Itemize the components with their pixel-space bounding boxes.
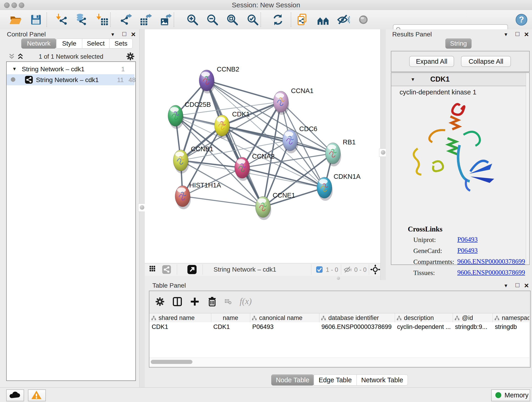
gene-description: cyclin-dependent kinase 1	[399, 89, 476, 96]
toolbar-separator	[260, 12, 261, 27]
column-header[interactable]: canonical name	[250, 313, 319, 322]
memory-status-dot	[495, 392, 501, 398]
memory-button[interactable]: Memory	[491, 389, 530, 401]
table-scrollbar-track[interactable]	[149, 357, 529, 366]
crosslinks-title: CrossLinks	[408, 225, 443, 233]
cell-canonical-name[interactable]: P06493	[252, 322, 318, 332]
cell-description[interactable]: cyclin-dependent ...	[397, 322, 452, 332]
results-scrollbar[interactable]	[526, 73, 529, 264]
tab-sets[interactable]: Sets	[109, 38, 133, 49]
crosslink-uniprot[interactable]: P06493	[457, 236, 478, 243]
cell-namespace[interactable]: stringdb	[495, 322, 528, 332]
import-network-database-icon[interactable]	[75, 13, 88, 26]
network-edge-count: 48	[128, 76, 136, 84]
tab-string-results[interactable]: String	[445, 38, 472, 49]
warning-button[interactable]	[28, 389, 46, 401]
node-label-ccnb1: CCNB1	[191, 145, 213, 153]
column-header[interactable]: name	[211, 313, 250, 322]
table-empty-area	[149, 332, 529, 357]
fit-content-icon[interactable]	[226, 13, 239, 26]
cell-shared-name[interactable]: CDK1	[152, 322, 210, 332]
tab-network[interactable]: Network	[21, 38, 56, 49]
network-options-gear-icon[interactable]	[126, 52, 135, 61]
right-splitter[interactable]	[380, 29, 386, 280]
table-scrollbar-thumb[interactable]	[151, 360, 192, 364]
fit-selected-crosshair-icon[interactable]	[370, 264, 380, 274]
tab-node-table[interactable]: Node Table	[271, 375, 314, 385]
import-network-file-icon[interactable]	[56, 13, 69, 26]
left-splitter[interactable]	[139, 29, 145, 387]
collapse-panel-icon[interactable]: ▾	[111, 31, 114, 38]
collapse-table-icon[interactable]: ▾	[505, 282, 507, 289]
window-title: Session: New Session	[0, 0, 532, 10]
birdseye-grid-icon[interactable]	[149, 265, 158, 274]
cell-name[interactable]: CDK1	[213, 322, 249, 332]
float-panel-icon[interactable]: □	[122, 30, 126, 38]
float-table-icon[interactable]: □	[515, 281, 519, 289]
tab-style[interactable]: Style	[56, 38, 82, 49]
network-view-title: String Network – cdk1	[214, 266, 276, 273]
expand-all-button[interactable]: Expand All	[409, 56, 454, 67]
tab-select[interactable]: Select	[82, 38, 109, 49]
export-image-icon[interactable]	[159, 13, 172, 26]
gene-expander-icon[interactable]: ▾	[412, 76, 414, 83]
float-results-icon[interactable]: □	[515, 30, 519, 38]
show-all-icon[interactable]	[357, 13, 370, 26]
horizontal-splitter[interactable]	[145, 276, 380, 280]
toolbar-separator	[174, 12, 174, 27]
collection-label: String Network – cdk1	[22, 65, 85, 73]
gene-entry-header[interactable]: ▾ CDK1	[391, 73, 528, 86]
network-row-selected[interactable]: String Network – cdk1 11 48	[7, 74, 134, 85]
close-results-icon[interactable]: ×	[524, 30, 529, 39]
tab-edge-table[interactable]: Edge Table	[314, 375, 357, 385]
collapse-results-icon[interactable]: ▾	[505, 31, 507, 38]
close-panel-icon[interactable]: ×	[131, 30, 136, 39]
crosslink-compartments[interactable]: 9606.ENSP00000378699	[457, 258, 525, 265]
help-icon[interactable]: ?	[515, 13, 528, 26]
crosslink-label: Compartments:	[413, 258, 454, 266]
zoom-selected-icon[interactable]	[246, 13, 259, 26]
split-column-icon[interactable]	[172, 297, 182, 307]
close-table-icon[interactable]: ×	[524, 281, 529, 290]
network-canvas[interactable]: CCNB2CCNA1CDC25BCDK1CDC6RB1CCNB1CCNA2CDK…	[145, 29, 380, 263]
delete-column-icon[interactable]	[207, 297, 217, 307]
export-network-icon[interactable]	[120, 13, 133, 26]
svg-text:?: ?	[519, 15, 524, 24]
open-in-new-icon[interactable]	[187, 265, 196, 274]
gene-entry-box: ▾ CDK1 cyclin-dependent kinase 1 Cr	[391, 72, 530, 265]
horizontal-splitter-handle[interactable]	[337, 277, 340, 280]
import-table-file-icon[interactable]	[96, 13, 109, 26]
collapse-all-button[interactable]: Collapse All	[461, 56, 511, 67]
clone-network-icon[interactable]	[297, 13, 310, 26]
cell-database-identifier[interactable]: 9606.ENSP00000378699	[322, 322, 394, 332]
column-header[interactable]: namespace	[493, 313, 529, 322]
crosslink-genecard[interactable]: P06493	[457, 247, 478, 254]
column-header[interactable]: database identifier	[319, 313, 395, 322]
first-neighbors-icon[interactable]	[317, 13, 330, 26]
add-column-icon[interactable]	[190, 297, 200, 307]
column-header[interactable]: description	[395, 313, 453, 322]
network-collection-row[interactable]: ▾ String Network – cdk1 1	[7, 64, 134, 74]
column-header[interactable]: @id	[453, 313, 493, 322]
zoom-out-icon[interactable]	[206, 13, 219, 26]
toolbar-separator	[46, 12, 47, 27]
cell-id[interactable]: stringdb:9...	[455, 322, 492, 332]
table-row[interactable]: CDK1 CDK1 P06493 9606.ENSP00000378699 cy…	[149, 322, 529, 332]
table-box: f(x) shared name name canonical name dat…	[149, 291, 531, 368]
tab-network-table[interactable]: Network Table	[356, 375, 408, 385]
export-table-icon[interactable]	[139, 13, 152, 26]
memory-label: Memory	[505, 391, 529, 399]
crosslink-tissues[interactable]: 9606.ENSP00000378699	[457, 269, 525, 276]
collection-expander-icon[interactable]: ▾	[13, 65, 16, 72]
refresh-view-icon[interactable]	[272, 13, 284, 26]
network-graph[interactable]: CCNB2CCNA1CDC25BCDK1CDC6RB1CCNB1CCNA2CDK…	[145, 29, 380, 263]
open-session-icon[interactable]	[9, 13, 22, 26]
selected-checkbox[interactable]	[316, 266, 323, 273]
column-header[interactable]: shared name	[149, 313, 211, 322]
save-session-icon[interactable]	[30, 13, 42, 26]
hide-selected-icon[interactable]	[337, 13, 350, 26]
cloud-button[interactable]	[6, 389, 24, 401]
zoom-in-icon[interactable]	[186, 13, 199, 26]
table-settings-gear-icon[interactable]	[155, 297, 165, 307]
string-share-icon[interactable]	[162, 265, 171, 274]
